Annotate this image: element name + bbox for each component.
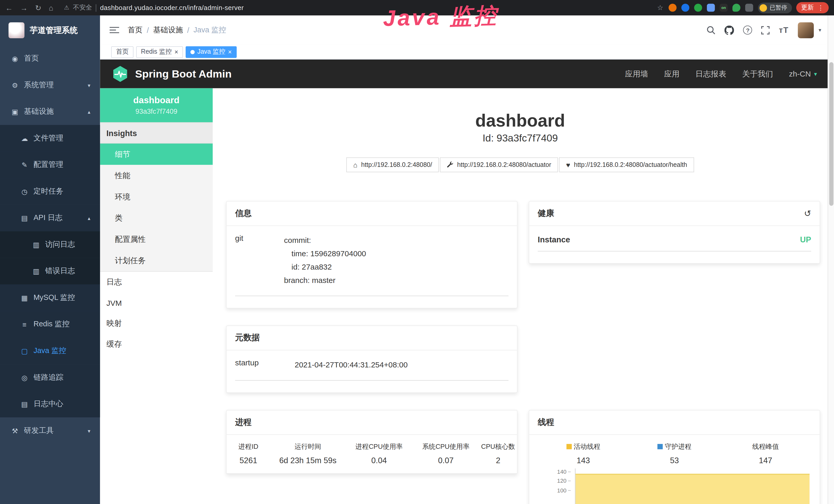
font-size-icon[interactable]: тT [779,25,789,35]
sba-item-caches[interactable]: 缓存 [100,334,213,354]
breadcrumb-home[interactable]: 首页 [128,25,142,35]
endpoint-actuator-link[interactable]: http://192.168.0.2:48080/actuator [440,157,558,172]
extension-green-icon[interactable] [694,4,702,12]
sba-item-classes[interactable]: 类 [100,207,213,229]
reload-icon[interactable]: ↻ [35,3,41,12]
sidebar-item-label: 基础设施 [24,107,54,116]
sidebar-item-log-center[interactable]: ▤ 日志中心 [0,391,100,417]
url-bar[interactable]: ⚠ 不安全 dashboard.yudao.iocoder.cn/infra/a… [64,3,244,12]
user-avatar[interactable] [798,22,814,38]
sidebar-item-file-mgmt[interactable]: ☁ 文件管理 [0,125,100,152]
extension-dark-icon[interactable] [745,4,753,12]
sidebar-item-config-mgmt[interactable]: ✎ 配置管理 [0,152,100,178]
fullscreen-icon[interactable] [761,26,770,34]
sba-item-environment[interactable]: 环境 [100,186,213,207]
infrastructure-icon: ▣ [10,108,19,116]
sba-item-logs[interactable]: 日志 [100,272,213,293]
history-icon[interactable]: ↺ [804,208,811,219]
sidebar-item-access-log[interactable]: ▥ 访问日志 [0,231,100,258]
browser-menu-icon[interactable]: ⋮ [817,4,824,12]
paused-badge[interactable]: 已暂停 [758,2,792,13]
legend-label: 活动线程 [574,443,600,450]
peak-threads-value: 147 [720,456,811,465]
info-key: git [235,234,284,287]
close-icon[interactable]: × [228,48,232,55]
help-icon[interactable]: ? [743,25,752,35]
extension-on-icon[interactable]: on [720,4,728,12]
sba-item-performance[interactable]: 性能 [100,165,213,186]
github-icon[interactable] [725,25,734,35]
sidebar-item-system-mgmt[interactable]: ⚙ 系统管理 ▾ [0,72,100,98]
warning-icon: ⚠ [64,4,69,11]
scrollbar-thumb[interactable] [829,62,833,206]
sidebar-item-dev-tools[interactable]: ⚒ 研发工具 ▾ [0,417,100,444]
avatar-caret-icon[interactable]: ▾ [818,27,821,33]
close-icon[interactable]: × [174,48,178,55]
sba-nav-applications[interactable]: 应用 [664,69,679,79]
process-col-uptime: 运行时间 [270,442,346,451]
sidebar-item-home[interactable]: ◉ 首页 [0,45,100,72]
tab-java-monitor[interactable]: Java 监控 × [186,46,237,58]
sba-item-jvm[interactable]: JVM [100,293,213,313]
sidebar-item-label: 链路追踪 [34,373,63,382]
forward-icon[interactable]: → [20,3,28,12]
page-scrollbar[interactable] [828,16,834,504]
hamburger-icon[interactable] [110,26,119,34]
sba-nav-links: 应用墙 应用 日志报表 关于我们 zh-CN ▾ [625,69,817,79]
sidebar-item-mysql-monitor[interactable]: ▦ MySQL 监控 [0,284,100,311]
sidebar-item-label: 首页 [24,54,39,63]
sidebar-item-redis-monitor[interactable]: ≡ Redis 监控 [0,311,100,338]
info-line: commit: [284,234,509,247]
sidebar-item-trace[interactable]: ◎ 链路追踪 [0,364,100,391]
process-proc-cpu-value: 0.04 [346,456,413,465]
sba-item-scheduled-tasks[interactable]: 计划任务 [100,250,213,271]
sba-nav-wallboard[interactable]: 应用墙 [625,69,648,79]
log-center-icon: ▤ [20,400,29,408]
sba-app-block[interactable]: dashboard 93a3fc7f7409 [100,88,213,122]
app-logo[interactable]: 芋道管理系统 [0,16,100,45]
endpoint-home-link[interactable]: ⌂ http://192.168.0.2:48080/ [346,157,439,172]
sidebar-item-scheduled-tasks[interactable]: ◷ 定时任务 [0,178,100,205]
process-sys-cpu-value: 0.07 [413,456,479,465]
extension-grid-icon[interactable] [707,4,715,12]
process-pid-value: 5261 [226,456,270,465]
browser-home-icon[interactable]: ⌂ [49,3,53,12]
sidebar-item-api-log[interactable]: ▤ API 日志 ▴ [0,205,100,231]
active-threads-value: 143 [538,456,629,465]
bookmark-star-icon[interactable]: ☆ [657,4,663,12]
threads-legend: 活动线程 143 守护进程 53 线程峰值 147 [538,435,811,465]
back-icon[interactable]: ← [5,3,13,12]
tab-label: 首页 [116,47,129,56]
extension-blue-icon[interactable] [681,4,689,12]
sba-item-mappings[interactable]: 映射 [100,313,213,334]
tab-home[interactable]: 首页 [111,46,134,58]
tab-redis-monitor[interactable]: Redis 监控 × [136,46,183,58]
extension-leaf-icon[interactable] [732,4,740,12]
sidebar-item-java-monitor[interactable]: ▢ Java 监控 [0,338,100,364]
process-col-sys-cpu: 系统CPU使用率 [413,442,479,451]
y-tick-100: 100 [538,487,571,494]
extension-orange-icon[interactable] [668,4,677,12]
sidebar-item-infrastructure[interactable]: ▣ 基础设施 ▴ [0,98,100,125]
breadcrumb-separator: / [187,26,189,34]
breadcrumb-infrastructure[interactable]: 基础设施 [153,25,183,35]
sba-item-details[interactable]: 细节 [100,143,213,165]
sba-nav-about[interactable]: 关于我们 [742,69,773,79]
sidebar-item-label: 配置管理 [34,160,63,169]
update-button[interactable]: 更新 ⋮ [796,2,829,13]
sba-item-config-props[interactable]: 配置属性 [100,229,213,250]
endpoint-health-link[interactable]: ♥ http://192.168.0.2:48080/actuator/heal… [559,157,694,172]
threads-card: 线程 活动线程 143 守护进程 53 [529,410,820,504]
sidebar-item-error-log[interactable]: ▥ 错误日志 [0,258,100,284]
sba-locale-select[interactable]: zh-CN ▾ [789,70,817,78]
sba-main: dashboard Id: 93a3fc7f7409 ⌂ http://192.… [213,88,828,504]
home-icon: ⌂ [353,161,357,169]
chevron-down-icon: ▾ [88,82,90,88]
sba-brand[interactable]: Spring Boot Admin [112,66,232,83]
active-threads-swatch [566,444,572,449]
sba-nav-journal[interactable]: 日志报表 [695,69,726,79]
search-icon[interactable] [707,25,716,35]
info-line: id: 27aa832 [284,260,509,274]
metadata-card: 元数据 startup 2021-04-27T00:44:31.254+08:0… [226,325,518,393]
cards-grid: 信息 git commit: time: 1596289704000 id: 2… [226,201,820,504]
